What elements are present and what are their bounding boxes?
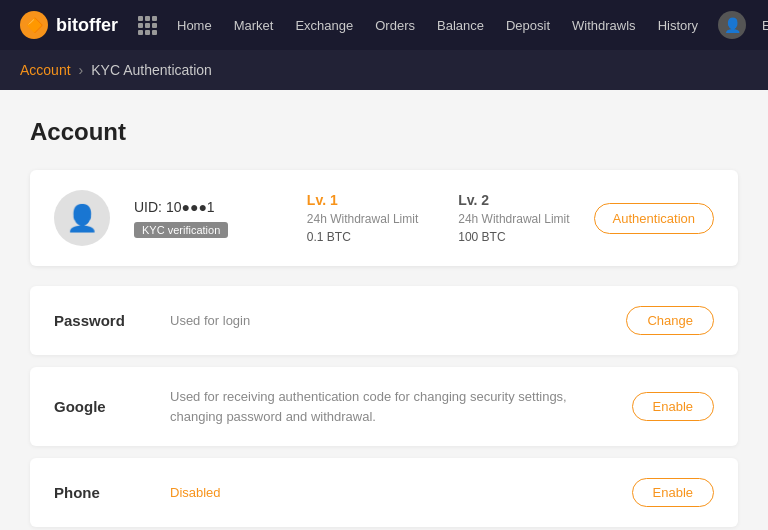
password-action: Change	[626, 306, 714, 335]
phone-label: Phone	[54, 484, 154, 501]
google-desc: Used for receiving authentication code f…	[170, 387, 616, 426]
grid-menu-icon[interactable]	[138, 16, 157, 35]
level-1: Lv. 1 24h Withdrawal Limit 0.1 BTC	[307, 192, 418, 244]
level-2: Lv. 2 24h Withdrawal Limit 100 BTC	[458, 192, 569, 244]
language-label: English	[762, 18, 768, 33]
language-selector[interactable]: English ▼	[762, 18, 768, 33]
level-2-limit: 100 BTC	[458, 230, 569, 244]
phone-section: Phone Disabled Enable	[30, 458, 738, 527]
level-1-desc: 24h Withdrawal Limit	[307, 212, 418, 226]
nav-balance[interactable]: Balance	[437, 18, 484, 33]
nav-deposit[interactable]: Deposit	[506, 18, 550, 33]
enable-phone-button[interactable]: Enable	[632, 478, 714, 507]
user-uid: UID: 10●●●1	[134, 199, 283, 215]
phone-status: Disabled	[170, 483, 616, 503]
phone-action: Enable	[632, 478, 714, 507]
password-section: Password Used for login Change	[30, 286, 738, 355]
level-2-desc: 24h Withdrawal Limit	[458, 212, 569, 226]
change-password-button[interactable]: Change	[626, 306, 714, 335]
nav-home[interactable]: Home	[177, 18, 212, 33]
password-desc: Used for login	[170, 311, 610, 331]
kyc-badge: KYC verification	[134, 222, 228, 238]
user-avatar: 👤	[54, 190, 110, 246]
breadcrumb-parent[interactable]: Account	[20, 62, 71, 78]
nav-market[interactable]: Market	[234, 18, 274, 33]
breadcrumb: Account › KYC Authentication	[0, 50, 768, 90]
user-avatar-icon[interactable]: 👤	[718, 11, 746, 39]
user-info: UID: 10●●●1 KYC verification	[134, 199, 283, 238]
level-section: Lv. 1 24h Withdrawal Limit 0.1 BTC Lv. 2…	[307, 192, 570, 244]
level-1-label: Lv. 1	[307, 192, 418, 208]
page-title: Account	[30, 118, 738, 146]
authentication-button[interactable]: Authentication	[594, 203, 714, 234]
navbar: 🔶 bitoffer Home Market Exchange Orders B…	[0, 0, 768, 50]
google-section: Google Used for receiving authentication…	[30, 367, 738, 446]
nav-orders[interactable]: Orders	[375, 18, 415, 33]
level-1-limit: 0.1 BTC	[307, 230, 418, 244]
logo[interactable]: 🔶 bitoffer	[20, 11, 118, 39]
level-2-label: Lv. 2	[458, 192, 569, 208]
breadcrumb-separator: ›	[79, 62, 84, 78]
nav-history[interactable]: History	[658, 18, 698, 33]
breadcrumb-current: KYC Authentication	[91, 62, 212, 78]
nav-right: 👤 English ▼ USD	[718, 11, 768, 39]
account-card: 👤 UID: 10●●●1 KYC verification Lv. 1 24h…	[30, 170, 738, 266]
main-content: Account 👤 UID: 10●●●1 KYC verification L…	[0, 90, 768, 530]
google-action: Enable	[632, 392, 714, 421]
nav-links: Home Market Exchange Orders Balance Depo…	[177, 18, 698, 33]
google-label: Google	[54, 398, 154, 415]
enable-google-button[interactable]: Enable	[632, 392, 714, 421]
password-label: Password	[54, 312, 154, 329]
nav-exchange[interactable]: Exchange	[295, 18, 353, 33]
app-name: bitoffer	[56, 15, 118, 36]
nav-withdrawls[interactable]: Withdrawls	[572, 18, 636, 33]
logo-icon: 🔶	[20, 11, 48, 39]
